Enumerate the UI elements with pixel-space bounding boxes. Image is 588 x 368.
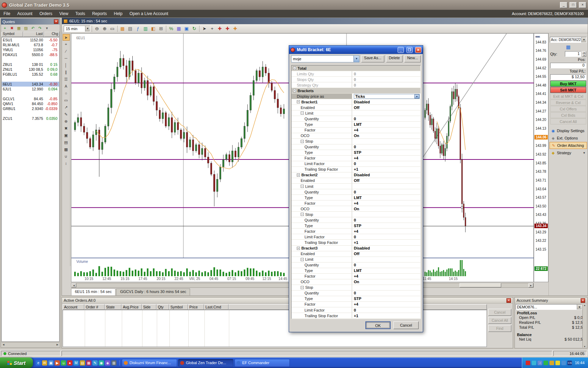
display-settings-button[interactable]: ◉Display Settings bbox=[550, 127, 587, 134]
reverse-cxl-button[interactable]: Reverse & Cxl bbox=[550, 100, 586, 105]
property-row[interactable]: Quantity0 bbox=[292, 291, 420, 296]
tray-monitor-icon[interactable] bbox=[561, 361, 566, 365]
orders-column-price[interactable]: Price bbox=[188, 304, 204, 310]
property-row[interactable]: Factor+4 bbox=[292, 302, 420, 307]
property-row[interactable]: −Brackets bbox=[292, 88, 420, 94]
taskbar-task-ef-commander[interactable]: EF Commander bbox=[234, 359, 290, 367]
property-row[interactable]: Quantity0 bbox=[292, 144, 420, 150]
orders-column-symbol[interactable]: Symbol bbox=[169, 304, 188, 310]
active-orders-close-icon[interactable]: ✕ bbox=[506, 298, 511, 303]
property-row[interactable]: Display price asTicks▼ bbox=[292, 94, 420, 99]
format-grid-icon[interactable]: ▨ bbox=[23, 25, 29, 31]
media-player-icon[interactable]: ▶ bbox=[55, 360, 60, 366]
property-row[interactable]: Quantity0 bbox=[292, 189, 420, 195]
display-price-as-select[interactable]: Ticks▼ bbox=[354, 94, 420, 99]
collapse-box-icon[interactable]: − bbox=[301, 140, 304, 143]
text-tool-icon[interactable]: A bbox=[63, 83, 70, 90]
quantity-stepper[interactable]: ▲▼ bbox=[582, 51, 586, 57]
tray-key-icon[interactable] bbox=[555, 361, 560, 365]
vline-tool-icon[interactable]: │ bbox=[63, 62, 70, 69]
menu-item-file[interactable]: File bbox=[0, 10, 14, 18]
orders-column-side[interactable]: Side bbox=[142, 304, 156, 310]
save-as-button[interactable]: Save As... bbox=[361, 55, 384, 62]
scroll-left-icon[interactable]: ◄ bbox=[71, 283, 76, 287]
property-row[interactable]: TypeSTP bbox=[292, 223, 420, 229]
quote-row[interactable]: ZNU1130 08,50 09,0 bbox=[2, 67, 59, 72]
property-row[interactable]: Factor+4 bbox=[292, 200, 420, 206]
chevron-down-icon[interactable]: ▼ bbox=[354, 56, 359, 62]
property-row[interactable]: Quantity0 bbox=[292, 263, 420, 268]
browser-icon[interactable]: ● bbox=[67, 360, 72, 366]
collapse-box-icon[interactable]: − bbox=[293, 89, 296, 92]
tray-antivirus-icon[interactable] bbox=[544, 361, 548, 365]
zoom-area-icon[interactable]: ▭ bbox=[109, 25, 116, 32]
quotes-close-icon[interactable]: ✕ bbox=[54, 19, 58, 24]
ext-options-button[interactable]: ◈Ext. Options bbox=[550, 135, 587, 142]
quote-row[interactable]: ZBU1138 010 15 bbox=[2, 62, 59, 67]
rectangle-tool-icon[interactable]: ▭ bbox=[63, 97, 70, 104]
quote-row[interactable]: YMU111056-75 bbox=[2, 47, 59, 52]
spin-up-icon[interactable]: ▲ bbox=[582, 51, 586, 54]
lock-scale-icon[interactable]: ▩ bbox=[119, 25, 126, 32]
order-attaching-button[interactable]: ✎Order Attaching bbox=[550, 142, 587, 149]
add-stop-marker-icon[interactable]: ✚ bbox=[232, 25, 239, 32]
collapse-box-icon[interactable]: − bbox=[301, 213, 304, 216]
uk-flag-icon[interactable]: ▦ bbox=[86, 360, 91, 366]
property-row[interactable]: TypeLMT bbox=[292, 195, 420, 200]
collapse-box-icon[interactable]: − bbox=[297, 100, 300, 103]
property-row[interactable]: −Stop bbox=[292, 285, 420, 291]
strategy-button[interactable]: ◆Strategy▼ bbox=[550, 149, 587, 156]
collapse-axis-icon[interactable]: ««« bbox=[535, 34, 539, 39]
menu-item-open-a-live-account[interactable]: Open a Live Account bbox=[126, 10, 172, 18]
scroll-down-icon[interactable]: ▼ bbox=[583, 346, 587, 348]
magnet-tool-icon[interactable]: ∪ bbox=[63, 153, 70, 160]
add-symbol-icon[interactable]: + bbox=[2, 25, 8, 31]
quote-row[interactable]: GRBU12.9340-0.0339 bbox=[2, 106, 59, 111]
property-row[interactable]: −Limit bbox=[292, 110, 420, 116]
pointer-icon[interactable]: ➤ bbox=[201, 25, 208, 32]
quote-row[interactable] bbox=[2, 91, 59, 96]
property-row[interactable]: Trailing Stop Factor+1 bbox=[292, 240, 420, 245]
menu-item-help[interactable]: Help bbox=[110, 10, 126, 18]
orders-column-last-cmd[interactable]: Last.Cmd bbox=[204, 304, 229, 310]
cxl-offers-button[interactable]: Cxl Offers bbox=[550, 106, 586, 112]
quote-row[interactable]: 6JU112.9900.094 bbox=[2, 87, 59, 91]
property-row[interactable]: Limits Qty0 bbox=[292, 71, 420, 77]
system-icon[interactable]: ▥ bbox=[111, 360, 117, 366]
orders-column-account[interactable]: Account bbox=[63, 304, 84, 310]
quote-row[interactable]: GCLV184.45-0.85 bbox=[2, 96, 59, 101]
property-row[interactable]: −Bracket3Disabled bbox=[292, 246, 420, 251]
redo-icon[interactable]: ↷ bbox=[37, 25, 43, 31]
price-axis[interactable]: ««« 144.83144.76144.69144.62144.55144.48… bbox=[534, 33, 548, 282]
orders-column-qty[interactable]: Qty bbox=[156, 304, 169, 310]
columns-menu-icon[interactable]: ▾ bbox=[44, 25, 50, 31]
notes-icon[interactable]: ✎ bbox=[92, 360, 98, 366]
collapse-box-icon[interactable]: − bbox=[297, 247, 300, 250]
collapse-box-icon[interactable]: − bbox=[293, 67, 296, 70]
quote-row[interactable]: FGBLU1135.520.68 bbox=[2, 72, 59, 77]
ok-button[interactable]: OK bbox=[365, 321, 391, 329]
property-row[interactable]: −Stop bbox=[292, 212, 420, 217]
quote-row[interactable] bbox=[2, 111, 59, 116]
menu-item-account[interactable]: Account bbox=[14, 10, 36, 18]
copy-tool-icon[interactable]: ▣ bbox=[63, 132, 70, 139]
tray-messenger-icon[interactable] bbox=[550, 361, 554, 365]
mail-icon[interactable]: M bbox=[74, 360, 79, 366]
scroll-tool-icon[interactable]: ↕ bbox=[63, 160, 70, 167]
chevron-down-icon[interactable]: ▼ bbox=[85, 26, 90, 32]
percent-scale-icon[interactable]: % bbox=[168, 25, 175, 32]
property-row[interactable]: −Limit bbox=[292, 184, 420, 189]
quote-row[interactable]: FDAXU15500.0-88.5 bbox=[2, 52, 59, 57]
calculator-icon[interactable]: ▦ bbox=[549, 43, 588, 50]
chart-tab-6eu1-15-min-54-sec[interactable]: 6EU1 15 min : 54 sec bbox=[71, 288, 115, 295]
property-row[interactable]: TypeSTP bbox=[292, 296, 420, 302]
orders-column-avg-price[interactable]: Avg.Price bbox=[121, 304, 142, 310]
collapse-box-icon[interactable]: − bbox=[301, 185, 304, 188]
property-row[interactable]: Factor+4 bbox=[292, 229, 420, 234]
property-row[interactable]: Quantity0 bbox=[292, 116, 420, 122]
globe-icon[interactable]: ◉ bbox=[99, 360, 104, 366]
property-row[interactable]: Limit Factor0 bbox=[292, 234, 420, 240]
collapse-box-icon[interactable]: − bbox=[297, 173, 300, 177]
data-window-icon[interactable]: ▣ bbox=[183, 25, 190, 32]
crosshair-icon[interactable]: + bbox=[209, 25, 216, 32]
